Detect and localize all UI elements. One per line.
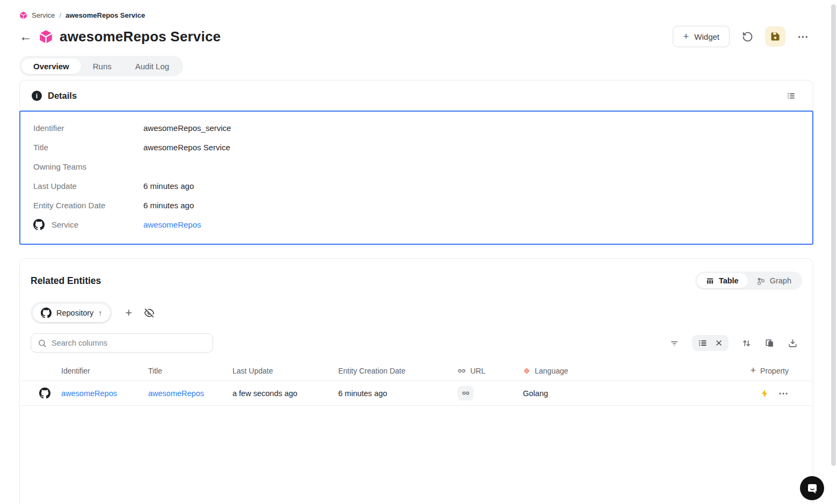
entity-cube-icon	[39, 30, 53, 44]
row-blueprint-cell	[31, 388, 61, 399]
table-header-row: Identifier Title Last Update Entity Crea…	[20, 361, 813, 381]
page-title: awesomeRepos Service	[60, 28, 221, 45]
filter-icon	[669, 338, 679, 348]
page-header: ← awesomeRepos Service + Widget ⋯	[19, 25, 813, 48]
column-header-identifier[interactable]: Identifier	[61, 367, 148, 375]
detail-label: Service	[33, 219, 143, 230]
table-controls	[20, 333, 813, 353]
detail-label: Identifier	[33, 123, 143, 133]
undo-icon	[742, 31, 753, 42]
eye-off-icon	[144, 308, 155, 318]
details-list-view-button[interactable]	[781, 86, 801, 106]
back-button[interactable]: ←	[19, 28, 35, 45]
breadcrumb-separator: /	[59, 11, 61, 19]
entity-tabs: Overview Runs Audit Log	[19, 56, 183, 76]
view-toggle-graph[interactable]: Graph	[748, 273, 800, 288]
table-row[interactable]: awesomeRepos awesomeRepos a few seconds …	[20, 381, 813, 406]
undo-button[interactable]	[737, 26, 758, 47]
search-columns-input[interactable]	[31, 334, 213, 352]
details-widget-selected[interactable]: Identifier awesomeRepos_service Title aw…	[19, 111, 813, 245]
add-property-label: Property	[760, 367, 789, 375]
header-actions: + Widget ⋯	[673, 26, 813, 47]
detail-label: Entity Creation Date	[33, 201, 143, 210]
breadcrumb-root[interactable]: Service	[32, 11, 55, 19]
link-icon	[457, 367, 466, 375]
copy-icon	[765, 338, 775, 348]
view-toggle-graph-label: Graph	[770, 276, 791, 285]
chat-bubble-icon	[806, 482, 819, 495]
detail-label-text: Service	[52, 220, 78, 229]
search-columns-box	[31, 333, 213, 353]
run-action-button[interactable]	[760, 389, 769, 398]
save-icon	[770, 31, 781, 42]
service-entity-link[interactable]: awesomeRepos	[143, 220, 201, 229]
arrow-up-icon: ↑	[98, 309, 102, 317]
search-icon	[38, 339, 47, 348]
add-widget-button[interactable]: + Widget	[673, 26, 730, 47]
detail-row-last-update: Last Update 6 minutes ago	[20, 176, 812, 195]
view-toggle-table[interactable]: Table	[697, 273, 748, 288]
save-button[interactable]	[765, 26, 785, 47]
tab-overview[interactable]: Overview	[21, 59, 81, 74]
detail-value: 6 minutes ago	[143, 201, 194, 210]
clear-grouping-button[interactable]	[715, 339, 723, 347]
cell-language: Golang	[523, 389, 708, 398]
download-button[interactable]	[788, 338, 798, 348]
tab-audit-log[interactable]: Audit Log	[123, 59, 181, 74]
detail-value: awesomeRepos Service	[143, 143, 230, 152]
relation-chip-label: Repository	[56, 309, 93, 317]
filter-button[interactable]	[669, 338, 679, 348]
identifier-link[interactable]: awesomeRepos	[61, 389, 117, 398]
related-entities-card: Related Entities Table Graph Rep	[19, 258, 813, 504]
view-toggle: Table Graph	[695, 272, 802, 290]
more-menu-button[interactable]: ⋯	[793, 26, 813, 47]
github-icon	[33, 219, 45, 230]
service-cube-icon	[19, 11, 27, 19]
url-link-button[interactable]	[457, 386, 474, 400]
detail-row-service: Service awesomeRepos	[20, 215, 812, 234]
detail-value: 6 minutes ago	[143, 181, 194, 191]
details-card-header: i Details	[20, 81, 813, 111]
detail-label: Last Update	[33, 181, 143, 191]
scrollbar[interactable]	[831, 4, 836, 466]
relation-filters: Repository ↑ +	[20, 302, 813, 324]
hide-relations-button[interactable]	[144, 308, 155, 318]
view-toggle-table-label: Table	[719, 276, 739, 285]
add-property-button[interactable]: + Property	[751, 365, 789, 376]
relation-chip-repository[interactable]: Repository ↑	[33, 304, 110, 322]
details-card-title: Details	[48, 91, 77, 101]
group-list-button[interactable]	[698, 338, 708, 348]
table-toolbar	[669, 335, 798, 351]
detail-value: awesomeRepos_service	[143, 123, 231, 133]
property-diamond-icon	[523, 367, 530, 375]
table-icon	[706, 277, 714, 285]
tab-runs[interactable]: Runs	[81, 59, 123, 74]
column-header-title[interactable]: Title	[148, 367, 232, 375]
detail-row-owning-teams: Owning Teams	[20, 157, 812, 176]
grouping-pill	[692, 335, 729, 351]
plus-icon: +	[751, 365, 756, 376]
copy-button[interactable]	[765, 338, 775, 348]
title-link[interactable]: awesomeRepos	[148, 389, 204, 398]
column-header-last-update[interactable]: Last Update	[232, 367, 338, 375]
github-icon	[39, 388, 50, 399]
link-icon	[462, 389, 470, 397]
related-entities-header: Related Entities Table Graph	[20, 271, 813, 291]
plus-icon: +	[683, 31, 689, 42]
row-more-button[interactable]: ⋯	[778, 388, 789, 399]
add-relation-button[interactable]: +	[125, 307, 132, 319]
info-icon: i	[32, 91, 42, 101]
close-icon	[715, 339, 723, 347]
chat-widget-button[interactable]	[800, 476, 824, 500]
column-header-url[interactable]: URL	[457, 367, 523, 375]
detail-label: Owning Teams	[33, 162, 143, 171]
cell-actions: ⋯	[708, 388, 789, 399]
relation-chip-group: Repository ↑	[31, 302, 112, 324]
sort-arrows-icon	[741, 338, 752, 348]
graph-icon	[757, 277, 765, 285]
column-header-entity-creation-date[interactable]: Entity Creation Date	[338, 367, 457, 375]
column-header-language[interactable]: Language	[523, 367, 708, 375]
github-icon	[41, 308, 52, 318]
sort-button[interactable]	[741, 338, 752, 348]
breadcrumb-current: awesomeRepos Service	[65, 11, 145, 19]
